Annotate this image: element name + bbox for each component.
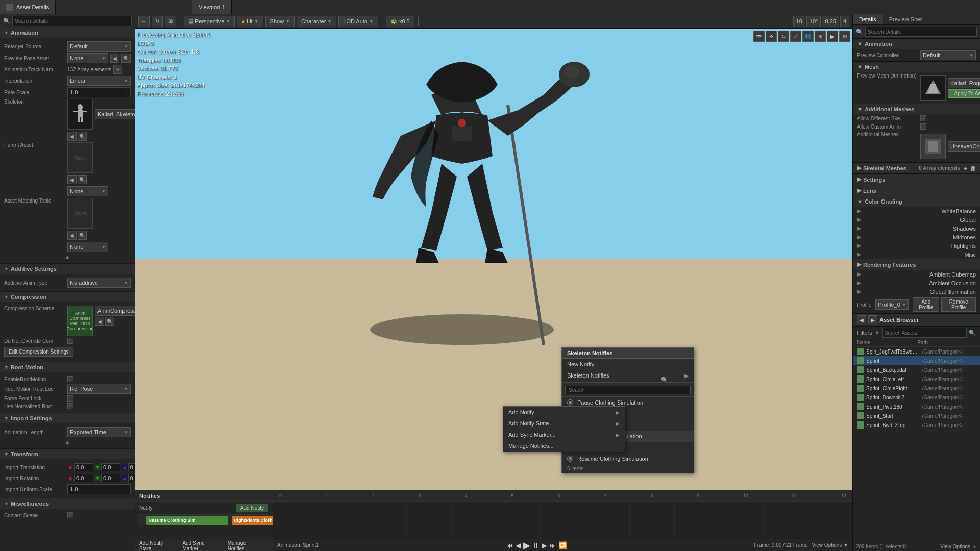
retarget-dropdown[interactable]: Default ▼ xyxy=(67,41,131,52)
step-back-btn[interactable]: ◀ xyxy=(516,541,521,549)
section-collapse-arrow[interactable]: ▲ xyxy=(4,254,131,260)
notify-manage-item[interactable]: Manage Notifies... xyxy=(503,440,625,452)
speed-btn[interactable]: 🐢 x0.5 xyxy=(386,16,414,27)
left-search-input[interactable] xyxy=(12,16,132,26)
asset-view-options-btn[interactable]: View Options xyxy=(940,544,970,549)
character-btn[interactable]: Character ▼ xyxy=(297,16,336,27)
viewport-canvas[interactable]: Previewing Animation Sprint1 LOD:0 Curre… xyxy=(135,29,852,490)
asset-item-5[interactable]: Sprint_CircleRight /Game/ParagonKi xyxy=(853,384,980,393)
asset-mapping-nav-btn[interactable]: ◀ xyxy=(67,231,77,240)
r-skeletal-header[interactable]: ▶ Skeletal Meshes 0 Array elements + 🗑 xyxy=(853,162,980,173)
compress-search-btn[interactable]: 🔍 xyxy=(105,317,114,326)
resume-clothing-chip[interactable]: Resume Clothing Sim xyxy=(146,516,228,525)
add-sync-marker-btn[interactable]: Add Sync Marker... xyxy=(182,540,225,552)
notify-add-state-item[interactable]: Add Notify State... ▶ xyxy=(503,418,625,429)
rendering-ambient-occlusion[interactable]: ▶ Ambient Occlusion xyxy=(853,279,980,287)
perspective-btn[interactable]: ▤ Perspective ▼ xyxy=(184,16,235,27)
compress-nav-btn[interactable]: ◀ xyxy=(95,317,104,326)
anim-type-dropdown[interactable]: No additive ▼ xyxy=(67,278,131,288)
rotate-icon-btn[interactable]: ↻ xyxy=(778,31,789,42)
manage-notifies-btn[interactable]: Manage Notifies... xyxy=(228,540,268,552)
profile-dropdown[interactable]: Profile_0 ▼ xyxy=(875,299,909,310)
camera-icon-btn[interactable]: 📷 xyxy=(753,31,765,42)
preview-controller-dropdown[interactable]: Default ▼ xyxy=(920,50,976,60)
view-options-btn[interactable]: View Options ▼ xyxy=(812,542,848,548)
lod-btn[interactable]: LOD Auto ▼ xyxy=(338,16,378,27)
color-grading-whitebalance[interactable]: ▶ WhiteBalance xyxy=(853,207,980,215)
add-notify-btn[interactable]: Add Notify xyxy=(236,504,268,512)
color-grading-misc[interactable]: ▶ Misc xyxy=(853,250,980,259)
details-tab[interactable]: Details xyxy=(853,14,883,24)
play-btn[interactable]: ▶ xyxy=(523,540,530,551)
enable-root-checkbox[interactable] xyxy=(67,376,74,382)
color-grading-global[interactable]: ▶ Global xyxy=(853,215,980,224)
step-fwd-btn[interactable]: ▶ xyxy=(542,541,547,549)
translation-z[interactable]: 0.0 xyxy=(128,463,135,471)
nav-back-btn[interactable]: ◀ xyxy=(857,315,866,324)
loop-btn[interactable]: 🔁 xyxy=(558,541,567,549)
window-title-viewport[interactable]: Viewport 1 xyxy=(192,0,232,14)
ctx-search-input[interactable] xyxy=(565,386,691,394)
r-color-grading-header[interactable]: ▼ Color Grading xyxy=(853,196,980,207)
grid-icon-btn[interactable]: ⊟ xyxy=(839,31,850,42)
color-grading-highlights[interactable]: ▶ Highlights xyxy=(853,241,980,250)
transform-section-header[interactable]: ▼ Transform xyxy=(0,449,135,459)
show-btn[interactable]: Show ▼ xyxy=(265,16,295,27)
pause-btn[interactable]: ⏸ xyxy=(532,541,540,549)
skeletal-add-btn[interactable]: + xyxy=(964,165,967,171)
skeleton-nav-btn[interactable]: ◀ xyxy=(67,132,77,141)
r-mesh-header[interactable]: ▼ Mesh xyxy=(853,61,980,72)
ctx-skeleton-notifies[interactable]: Skeleton Notifies ▶ xyxy=(562,370,694,381)
edit-compression-btn[interactable]: Edit Compression Settings xyxy=(4,347,74,357)
import-collapse-arrow[interactable]: ▲ xyxy=(4,439,131,445)
root-lock-dropdown[interactable]: Ref Pose ▼ xyxy=(67,384,131,394)
compression-section-header[interactable]: ▼ Compression xyxy=(0,292,135,302)
scale-input[interactable]: 1.0 xyxy=(67,484,131,494)
compress-dropdown[interactable]: AnimCompress... ▼ xyxy=(95,306,135,316)
do-not-override-checkbox[interactable] xyxy=(67,338,74,344)
asset-mapping-search-btn[interactable]: 🔍 xyxy=(78,231,87,240)
color-grading-shadows[interactable]: ▶ Shadows xyxy=(853,224,980,233)
root-motion-section-header[interactable]: ▼ Root Motion xyxy=(0,362,135,372)
asset-item-2[interactable]: Sprint /Game/ParagonKi xyxy=(853,356,980,365)
preview-mesh-dropdown[interactable]: Kallari_Rogue ▼ xyxy=(948,78,980,88)
notify-add-sync-item[interactable]: Add Sync Marker... ▶ xyxy=(503,429,625,440)
additional-mesh-dropdown[interactable]: UnsavedColle... ▼ xyxy=(948,141,980,152)
skeleton-search-btn[interactable]: 🔍 xyxy=(78,132,87,141)
scale-btn[interactable]: ⊞ xyxy=(165,16,176,27)
rendering-ambient-cubemap[interactable]: ▶ Ambient Cubemap xyxy=(853,270,980,279)
asset-search-input[interactable] xyxy=(882,328,967,338)
lit-btn[interactable]: ● Lit ▼ xyxy=(237,16,263,27)
window-title-asset[interactable]: Asset Details xyxy=(0,0,56,14)
asset-mapping-dropdown[interactable]: None ▼ xyxy=(67,242,108,252)
realtime-icon-btn[interactable]: ▶ xyxy=(827,31,838,42)
parent-nav-btn[interactable]: ◀ xyxy=(67,175,77,184)
r-additional-meshes-header[interactable]: ▼ Additional Meshes xyxy=(853,104,980,114)
track-add-btn[interactable]: + xyxy=(113,65,122,74)
rotation-y[interactable]: 0.0 xyxy=(101,474,120,482)
rotate-btn[interactable]: ↻ xyxy=(152,16,163,27)
interpolation-dropdown[interactable]: Linear ▼ xyxy=(67,76,131,86)
asset-item-3[interactable]: Sprint_Backpedal /Game/ParagonKi xyxy=(853,365,980,374)
ctx-new-notify[interactable]: New Notify... xyxy=(562,359,694,370)
preview-pose-dropdown[interactable]: None ▼ xyxy=(67,53,108,63)
translation-y[interactable]: 0.0 xyxy=(101,463,120,471)
skeletal-trash-btn[interactable]: 🗑 xyxy=(970,165,976,171)
jump-end-btn[interactable]: ⏭ xyxy=(549,541,556,549)
notify-add-notify-item[interactable]: Add Notify ▶ xyxy=(503,407,625,418)
use-normalized-checkbox[interactable] xyxy=(67,403,74,409)
nav-fwd-btn[interactable]: ▶ xyxy=(868,315,877,324)
snap-icon-btn[interactable]: ⊞ xyxy=(815,31,826,42)
allow-diff-checkbox[interactable] xyxy=(920,115,926,121)
parent-search-btn[interactable]: 🔍 xyxy=(78,175,87,184)
jump-start-btn[interactable]: ⏮ xyxy=(506,541,513,549)
num4-btn[interactable]: 4 xyxy=(840,16,849,27)
translation-x[interactable]: 0.0 xyxy=(74,463,93,471)
add-notify-state-btn[interactable]: Add Notify State... xyxy=(139,540,180,552)
asset-item-8[interactable]: Sprint_Start /Game/ParagonKi xyxy=(853,411,980,420)
allow-custom-checkbox[interactable] xyxy=(920,123,926,130)
additive-section-header[interactable]: ▼ Additive Settings xyxy=(0,264,135,274)
convert-checkbox[interactable] xyxy=(67,512,74,518)
r-settings-header[interactable]: ▶ Settings xyxy=(853,173,980,185)
ctx-resume-clothing[interactable]: Resume Clothing Simulation xyxy=(562,453,694,464)
